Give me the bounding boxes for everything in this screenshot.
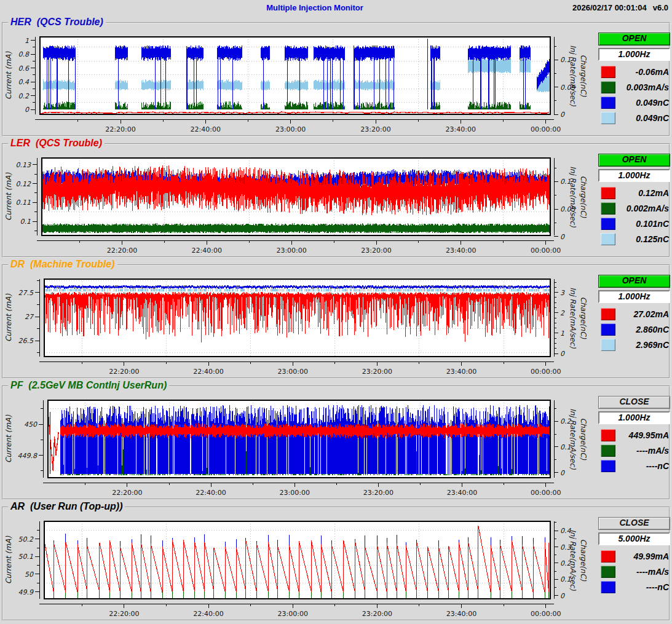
legend-swatch-icon bbox=[601, 460, 615, 472]
legend-swatch-icon bbox=[601, 308, 615, 320]
readout-value: 49.99mA bbox=[615, 551, 670, 561]
panel-her: HER (QCS Trouble) 22:20:0022:40:0023:00:… bbox=[2, 22, 670, 136]
ar-readouts: 49.99mA----mA/s----nC bbox=[598, 548, 670, 594]
right-axis-title-1: Charge(nC) bbox=[579, 176, 588, 218]
readout-value: 0.049nC bbox=[615, 98, 670, 108]
panel-dr: DR (Machine Trouble) 22:20:0022:40:0023:… bbox=[2, 264, 670, 379]
readout-value: ----mA/s bbox=[615, 446, 670, 456]
header-right: 2026/02/17 00:01:04v6.0 bbox=[566, 3, 668, 12]
right-axis-title-2: Inj Rate(mA/sec) bbox=[569, 408, 577, 470]
svg-text:0: 0 bbox=[560, 350, 565, 358]
readout-row: 0.101nC bbox=[598, 216, 670, 231]
svg-text:27.5: 27.5 bbox=[18, 289, 34, 297]
legend-swatch-icon bbox=[601, 323, 615, 336]
dr-readouts: 27.02mA2.860nC2.969nC bbox=[598, 306, 670, 352]
svg-text:2: 2 bbox=[560, 309, 565, 317]
svg-text:23:00:00: 23:00:00 bbox=[277, 610, 307, 618]
svg-text:22:40:00: 22:40:00 bbox=[191, 125, 221, 133]
panel-title-her: HER (QCS Trouble) bbox=[8, 17, 106, 28]
svg-text:23:00:00: 23:00:00 bbox=[277, 368, 307, 376]
legend-swatch-icon bbox=[601, 97, 615, 109]
svg-text:23:40:00: 23:40:00 bbox=[446, 368, 476, 376]
readout-row: 0.125nC bbox=[598, 231, 670, 247]
readout-row: 27.02mA bbox=[598, 306, 670, 322]
svg-text:26.5: 26.5 bbox=[18, 337, 34, 345]
svg-text:23:00:00: 23:00:00 bbox=[276, 247, 306, 255]
ar-shutter-button[interactable]: CLOSE bbox=[598, 517, 670, 530]
svg-text:0: 0 bbox=[560, 592, 565, 600]
legend-swatch-icon bbox=[601, 429, 615, 441]
svg-text:0: 0 bbox=[560, 111, 565, 119]
svg-text:0.6: 0.6 bbox=[18, 65, 30, 73]
svg-text:22:40:00: 22:40:00 bbox=[193, 368, 223, 376]
pf-shutter-button[interactable]: CLOSE bbox=[598, 396, 670, 409]
pf-readouts: 449.95mA----mA/s----nC bbox=[598, 427, 670, 473]
svg-text:0.12: 0.12 bbox=[16, 180, 31, 188]
ar-chart: 22:20:0022:40:0023:00:0023:20:0023:40:00… bbox=[0, 516, 590, 622]
readout-value: 2.969nC bbox=[615, 340, 670, 350]
legend-swatch-icon bbox=[601, 66, 615, 78]
ler-shutter-button[interactable]: OPEN bbox=[598, 154, 670, 167]
svg-text:27: 27 bbox=[25, 313, 34, 321]
legend-swatch-icon bbox=[601, 81, 615, 93]
readout-value: 0.002mA/s bbox=[615, 203, 670, 213]
her-chart: 22:20:0022:40:0023:00:0023:20:0023:40:00… bbox=[0, 32, 590, 138]
svg-text:0: 0 bbox=[560, 233, 565, 241]
svg-text:23:00:00: 23:00:00 bbox=[275, 125, 306, 133]
her-side-panel: OPEN 1.000Hz -0.06mA0.003mA/s0.049nC0.04… bbox=[598, 33, 670, 125]
readout-value: ----mA/s bbox=[615, 567, 670, 577]
right-axis-title-2: Inj Rate(mA/sec) bbox=[569, 166, 577, 227]
svg-text:0.11: 0.11 bbox=[16, 199, 31, 207]
legend-swatch-icon bbox=[601, 444, 615, 457]
svg-text:22:20:00: 22:20:00 bbox=[109, 610, 139, 618]
legend-swatch-icon bbox=[601, 550, 615, 563]
readout-row: 0.12mA bbox=[598, 185, 670, 200]
readout-value: 0.12mA bbox=[615, 188, 670, 198]
left-axis-title: Current (mA) bbox=[4, 294, 13, 342]
svg-text:23:20:00: 23:20:00 bbox=[360, 125, 390, 133]
svg-text:23:40:00: 23:40:00 bbox=[446, 125, 476, 133]
svg-text:23:40:00: 23:40:00 bbox=[447, 489, 477, 497]
her-shutter-button[interactable]: OPEN bbox=[598, 33, 670, 45]
svg-text:50.1: 50.1 bbox=[18, 553, 34, 561]
right-axis-title-2: Inj Rate(mA/sec) bbox=[569, 45, 577, 106]
readout-value: 0.049nC bbox=[615, 113, 670, 123]
her-rate-display: 1.000Hz bbox=[598, 48, 670, 61]
legend-swatch-icon bbox=[601, 202, 615, 215]
readout-row: 449.95mA bbox=[598, 427, 670, 443]
pf-chart: 22:20:0022:40:0023:00:0023:20:0023:40:00… bbox=[0, 395, 590, 501]
svg-text:22:40:00: 22:40:00 bbox=[193, 610, 223, 618]
app-title: Multiple Injection Monitor bbox=[0, 3, 630, 12]
legend-swatch-icon bbox=[601, 339, 615, 351]
readout-row: 0.049nC bbox=[598, 95, 670, 110]
panel-title-ar: AR (User Run (Top-up)) bbox=[8, 501, 125, 512]
svg-text:23:20:00: 23:20:00 bbox=[362, 610, 392, 618]
svg-text:450: 450 bbox=[24, 421, 38, 429]
readout-value: -0.06mA bbox=[615, 67, 670, 77]
panel-ler: LER (QCS Trouble) 22:20:0022:40:0023:00:… bbox=[2, 143, 670, 258]
readout-value: 0.003mA/s bbox=[615, 82, 670, 92]
svg-text:22:40:00: 22:40:00 bbox=[192, 247, 222, 255]
dr-rate-display: 1.000Hz bbox=[598, 290, 670, 303]
dr-shutter-button[interactable]: OPEN bbox=[598, 275, 670, 288]
svg-text:00:00:00: 00:00:00 bbox=[531, 247, 561, 255]
dr-chart: 22:20:0022:40:0023:00:0023:20:0023:40:00… bbox=[0, 274, 590, 380]
readout-value: 2.860nC bbox=[615, 325, 670, 334]
svg-text:23:20:00: 23:20:00 bbox=[362, 368, 392, 376]
svg-text:22:20:00: 22:20:00 bbox=[107, 247, 137, 255]
dr-side-panel: OPEN 1.000Hz 27.02mA2.860nC2.969nC bbox=[598, 275, 670, 352]
readout-value: 449.95mA bbox=[615, 430, 670, 440]
svg-text:0: 0 bbox=[25, 106, 30, 114]
svg-text:23:00:00: 23:00:00 bbox=[279, 489, 309, 497]
readout-value: 0.125nC bbox=[615, 234, 670, 244]
right-axis-title-2: Inj Rate(mA/sec) bbox=[569, 529, 577, 591]
legend-swatch-icon bbox=[601, 566, 615, 578]
panel-title-dr: DR (Machine Trouble) bbox=[8, 259, 117, 270]
legend-swatch-icon bbox=[601, 233, 615, 245]
right-axis-title-1: Charge(nC) bbox=[579, 418, 588, 460]
panel-title-ler: LER (QCS Trouble) bbox=[8, 138, 105, 149]
readout-row: 0.003mA/s bbox=[598, 79, 670, 95]
legend-swatch-icon bbox=[601, 218, 615, 230]
left-axis-title: Current (mA) bbox=[4, 52, 13, 100]
svg-text:1: 1 bbox=[25, 37, 29, 45]
